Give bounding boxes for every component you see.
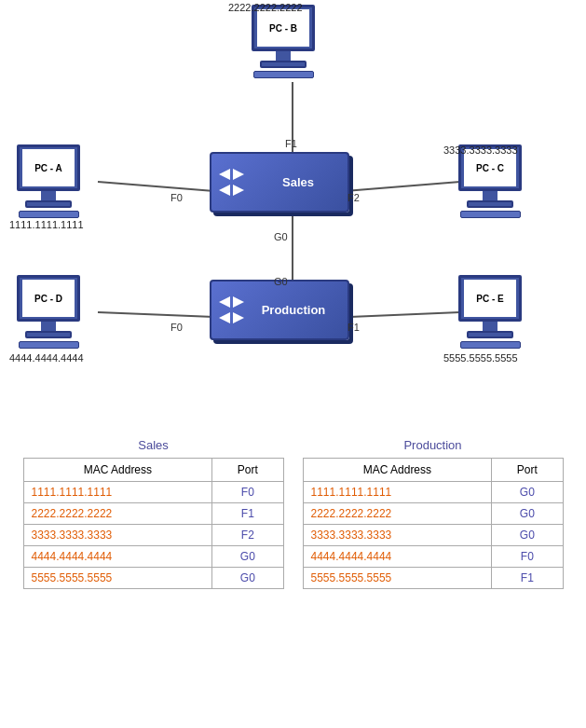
production-table-row: 2222.2222.2222G0 <box>303 503 563 525</box>
sales-mac-cell: 5555.5555.5555 <box>23 568 212 589</box>
svg-line-1 <box>98 182 214 191</box>
sales-port-cell: F2 <box>212 525 283 546</box>
port-g0-sales-bottom: G0 <box>274 231 288 242</box>
production-table-row: 4444.4444.4444F0 <box>303 546 563 568</box>
pc-a-keyboard <box>19 211 79 218</box>
production-switch-label: Production <box>262 303 326 317</box>
sales-port-cell: F0 <box>212 482 283 503</box>
pc-d-mac: 4444.4444.4444 <box>9 352 84 364</box>
svg-line-4 <box>98 312 214 317</box>
pc-d: PC - D <box>17 275 80 349</box>
arrow-right-3 <box>233 296 244 308</box>
port-f1-sales-top: F1 <box>285 138 297 149</box>
production-port-cell: G0 <box>492 503 563 525</box>
pc-e-mac: 5555.5555.5555 <box>443 352 518 364</box>
sales-mac-cell: 1111.1111.1111 <box>23 482 212 503</box>
pc-b-mac: 2222.2222.2222 <box>228 2 303 13</box>
sales-switch-arrows <box>219 169 244 196</box>
production-mac-cell: 1111.1111.1111 <box>303 482 492 503</box>
pc-a-foot <box>25 200 72 208</box>
sales-table-row: 5555.5555.5555G0 <box>23 568 283 589</box>
sales-mac-cell: 3333.3333.3333 <box>23 525 212 546</box>
production-table-row: 3333.3333.3333G0 <box>303 525 563 546</box>
tables-row: Sales MAC Address Port 1111.1111.1111F02… <box>19 438 567 589</box>
production-table-row: 1111.1111.1111G0 <box>303 482 563 503</box>
sales-mac-cell: 2222.2222.2222 <box>23 503 212 525</box>
pc-c-mac: 3333.3333.3333 <box>443 144 518 156</box>
production-header-mac: MAC Address <box>303 459 492 482</box>
pc-e-screen: PC - E <box>458 275 522 322</box>
production-table-section: Production MAC Address Port 1111.1111.11… <box>303 438 564 589</box>
sales-table-row: 2222.2222.2222F1 <box>23 503 283 525</box>
sales-mac-table: MAC Address Port 1111.1111.1111F02222.22… <box>23 458 284 589</box>
sales-header-mac: MAC Address <box>23 459 212 482</box>
pc-b-keyboard <box>253 71 314 78</box>
sales-table-row: 1111.1111.1111F0 <box>23 482 283 503</box>
production-port-cell: F0 <box>492 546 563 568</box>
pc-c-foot <box>467 200 513 208</box>
sales-table-title: Sales <box>23 438 284 452</box>
sales-port-cell: F1 <box>212 503 283 525</box>
arrow-right-2 <box>233 185 244 196</box>
sales-table-row: 3333.3333.3333F2 <box>23 525 283 546</box>
pc-a-screen: PC - A <box>17 144 80 191</box>
arrow-right-4 <box>233 312 244 323</box>
network-diagram: PC - B 2222.2222.2222 PC - A 1111.1111.1… <box>0 0 586 429</box>
pc-b-label: PC - B <box>257 9 309 47</box>
pc-d-foot <box>25 331 72 338</box>
production-mac-cell: 2222.2222.2222 <box>303 503 492 525</box>
sales-port-cell: G0 <box>212 546 283 568</box>
pc-a-label: PC - A <box>22 149 75 186</box>
arrow-right-1 <box>233 169 244 180</box>
pc-e-label: PC - E <box>464 280 516 317</box>
sales-table-row: 4444.4444.4444G0 <box>23 546 283 568</box>
sales-mac-cell: 4444.4444.4444 <box>23 546 212 568</box>
port-g0-production-top: G0 <box>274 276 288 287</box>
pc-d-keyboard <box>19 341 79 349</box>
sales-switch-label: Sales <box>282 175 314 189</box>
production-port-cell: G0 <box>492 525 563 546</box>
pc-e-foot <box>467 331 513 338</box>
production-header-port: Port <box>492 459 563 482</box>
production-mac-cell: 3333.3333.3333 <box>303 525 492 546</box>
port-f2-sales-right: F2 <box>348 192 360 203</box>
arrow-left-2 <box>219 185 230 196</box>
production-mac-cell: 5555.5555.5555 <box>303 568 492 589</box>
production-port-cell: F1 <box>492 568 563 589</box>
pc-a-stand <box>41 191 56 200</box>
arrow-left-3 <box>219 296 230 308</box>
pc-e-keyboard <box>460 341 521 349</box>
pc-a: PC - A <box>17 144 80 218</box>
sales-table-section: Sales MAC Address Port 1111.1111.1111F02… <box>23 438 284 589</box>
production-switch: Production <box>210 280 349 340</box>
svg-line-2 <box>345 182 460 191</box>
pc-a-mac: 1111.1111.1111 <box>9 219 84 230</box>
pc-d-label: PC - D <box>22 280 75 317</box>
sales-switch: Sales <box>210 152 349 213</box>
pc-c-keyboard <box>460 211 521 218</box>
pc-c-stand <box>483 191 497 200</box>
port-f0-sales-left: F0 <box>170 192 183 203</box>
arrow-left-1 <box>219 169 230 180</box>
port-f1-production-right: F1 <box>348 322 360 333</box>
sales-header-port: Port <box>212 459 283 482</box>
production-mac-table: MAC Address Port 1111.1111.1111G02222.22… <box>303 458 564 589</box>
sales-port-cell: G0 <box>212 568 283 589</box>
pc-d-stand <box>41 322 56 331</box>
pc-e: PC - E <box>458 275 522 349</box>
svg-line-5 <box>349 312 460 317</box>
pc-b-stand <box>276 51 291 61</box>
production-table-title: Production <box>303 438 564 452</box>
tables-area: Sales MAC Address Port 1111.1111.1111F02… <box>0 433 586 594</box>
production-switch-arrows <box>219 296 244 323</box>
production-port-cell: G0 <box>492 482 563 503</box>
pc-b: PC - B <box>252 5 315 78</box>
production-mac-cell: 4444.4444.4444 <box>303 546 492 568</box>
port-f0-production-left: F0 <box>170 322 183 333</box>
pc-e-stand <box>483 322 497 331</box>
pc-d-screen: PC - D <box>17 275 80 322</box>
arrow-left-4 <box>219 312 230 323</box>
production-table-row: 5555.5555.5555F1 <box>303 568 563 589</box>
pc-b-foot <box>260 61 307 68</box>
